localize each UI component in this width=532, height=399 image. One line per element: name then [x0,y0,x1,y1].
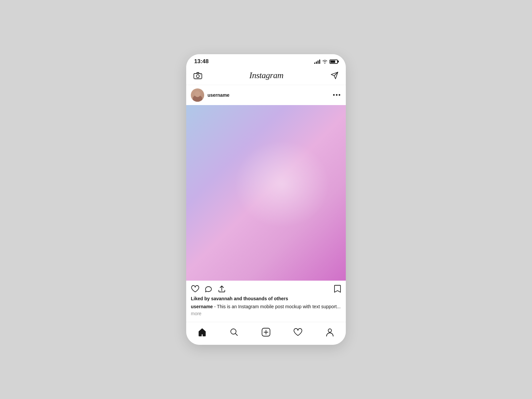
create-nav-button[interactable] [257,326,275,338]
post-username[interactable]: username [207,92,229,98]
camera-button[interactable] [192,70,203,80]
comment-icon [204,285,213,293]
top-nav: Instagram [186,67,346,85]
signal-bars-icon [314,59,320,64]
search-nav-button[interactable] [225,326,243,338]
status-icons [314,59,338,64]
reels-nav-button[interactable] [289,326,307,338]
home-nav-button[interactable] [194,326,211,338]
more-link[interactable]: more [191,311,201,316]
send-icon [331,71,338,79]
app-logo: Instagram [249,70,283,80]
camera-icon [194,72,202,79]
caption-text: - This is an Instagram mobile post mocku… [213,304,340,309]
bottom-nav [186,322,346,345]
battery-icon [330,60,338,64]
home-icon [198,328,207,337]
bookmark-icon [334,285,341,293]
create-icon [261,328,271,337]
search-icon [229,328,239,337]
post-header: username ••• [186,85,346,105]
post-caption: username - This is an Instagram mobile p… [186,303,346,322]
more-options-button[interactable]: ••• [333,92,341,98]
post-actions [186,281,346,296]
heart-nav-icon [293,328,303,337]
messages-button[interactable] [329,70,340,81]
post-likes: Liked by savannah and thousands of other… [186,296,346,303]
like-button[interactable] [191,285,200,293]
svg-point-1 [197,75,200,78]
share-icon [217,285,226,293]
save-button[interactable] [334,285,341,293]
svg-rect-0 [194,73,202,79]
status-bar: 13:48 [186,54,346,67]
svg-point-5 [328,329,332,332]
phone-frame: 13:48 Instagram [186,54,346,345]
status-time: 13:48 [194,58,208,65]
svg-point-2 [200,74,201,75]
heart-icon [191,285,200,293]
post-image [186,105,346,281]
caption-username[interactable]: username [191,304,213,309]
post-user: username [191,88,229,102]
profile-icon [325,328,334,337]
share-button[interactable] [217,285,226,293]
avatar[interactable] [191,88,204,102]
profile-nav-button[interactable] [321,326,338,338]
actions-left [191,285,226,293]
wifi-icon [322,60,328,64]
comment-button[interactable] [204,285,213,293]
